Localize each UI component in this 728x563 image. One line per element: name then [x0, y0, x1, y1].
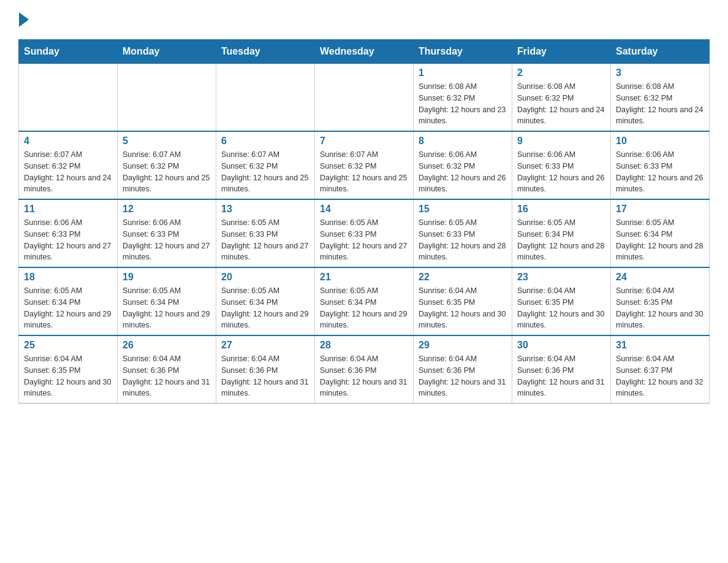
calendar-day-cell: 3Sunrise: 6:08 AM Sunset: 6:32 PM Daylig…: [611, 64, 710, 132]
day-number: 26: [123, 340, 211, 351]
calendar-day-cell: 4Sunrise: 6:07 AM Sunset: 6:32 PM Daylig…: [19, 131, 118, 199]
day-info: Sunrise: 6:05 AM Sunset: 6:34 PM Dayligh…: [517, 217, 605, 263]
day-info: Sunrise: 6:05 AM Sunset: 6:34 PM Dayligh…: [123, 285, 211, 331]
day-number: 24: [616, 272, 704, 283]
day-info: Sunrise: 6:05 AM Sunset: 6:34 PM Dayligh…: [616, 217, 704, 263]
day-number: 21: [320, 272, 408, 283]
day-number: 18: [24, 272, 112, 283]
calendar-day-cell: 10Sunrise: 6:06 AM Sunset: 6:33 PM Dayli…: [611, 131, 710, 199]
calendar-day-cell: 23Sunrise: 6:04 AM Sunset: 6:35 PM Dayli…: [512, 267, 611, 335]
day-info: Sunrise: 6:05 AM Sunset: 6:34 PM Dayligh…: [24, 285, 112, 331]
day-info: Sunrise: 6:04 AM Sunset: 6:36 PM Dayligh…: [123, 353, 211, 399]
calendar-day-cell: 26Sunrise: 6:04 AM Sunset: 6:36 PM Dayli…: [118, 335, 216, 404]
calendar-day-cell: 27Sunrise: 6:04 AM Sunset: 6:36 PM Dayli…: [216, 335, 315, 404]
calendar-day-cell: 15Sunrise: 6:05 AM Sunset: 6:33 PM Dayli…: [414, 199, 512, 267]
day-info: Sunrise: 6:04 AM Sunset: 6:35 PM Dayligh…: [517, 285, 605, 331]
calendar-day-cell: 29Sunrise: 6:04 AM Sunset: 6:36 PM Dayli…: [414, 335, 512, 404]
day-info: Sunrise: 6:06 AM Sunset: 6:32 PM Dayligh…: [419, 149, 507, 195]
day-info: Sunrise: 6:06 AM Sunset: 6:33 PM Dayligh…: [24, 217, 112, 263]
calendar-day-cell: 22Sunrise: 6:04 AM Sunset: 6:35 PM Dayli…: [414, 267, 512, 335]
calendar-week-row: 25Sunrise: 6:04 AM Sunset: 6:35 PM Dayli…: [19, 335, 710, 404]
day-info: Sunrise: 6:07 AM Sunset: 6:32 PM Dayligh…: [320, 149, 408, 195]
day-number: 22: [419, 272, 507, 283]
calendar-day-cell: 6Sunrise: 6:07 AM Sunset: 6:32 PM Daylig…: [216, 131, 315, 199]
calendar-header-sunday: Sunday: [19, 40, 118, 64]
day-number: 27: [221, 340, 309, 351]
day-number: 11: [24, 204, 112, 215]
calendar-week-row: 18Sunrise: 6:05 AM Sunset: 6:34 PM Dayli…: [19, 267, 710, 335]
day-number: 17: [616, 204, 704, 215]
calendar-day-cell: 5Sunrise: 6:07 AM Sunset: 6:32 PM Daylig…: [118, 131, 216, 199]
day-number: 12: [123, 204, 211, 215]
calendar-day-cell: 13Sunrise: 6:05 AM Sunset: 6:33 PM Dayli…: [216, 199, 315, 267]
calendar-day-cell: 21Sunrise: 6:05 AM Sunset: 6:34 PM Dayli…: [315, 267, 414, 335]
day-info: Sunrise: 6:06 AM Sunset: 6:33 PM Dayligh…: [616, 149, 704, 195]
calendar-day-cell: 7Sunrise: 6:07 AM Sunset: 6:32 PM Daylig…: [315, 131, 414, 199]
day-info: Sunrise: 6:07 AM Sunset: 6:32 PM Dayligh…: [221, 149, 309, 195]
day-number: 16: [517, 204, 605, 215]
day-info: Sunrise: 6:04 AM Sunset: 6:35 PM Dayligh…: [24, 353, 112, 399]
day-number: 19: [123, 272, 211, 283]
calendar-day-cell: 1Sunrise: 6:08 AM Sunset: 6:32 PM Daylig…: [414, 64, 512, 132]
day-info: Sunrise: 6:08 AM Sunset: 6:32 PM Dayligh…: [517, 81, 605, 127]
day-number: 25: [24, 340, 112, 351]
day-number: 30: [517, 340, 605, 351]
calendar-header-friday: Friday: [512, 40, 611, 64]
calendar-day-cell: 28Sunrise: 6:04 AM Sunset: 6:36 PM Dayli…: [315, 335, 414, 404]
day-info: Sunrise: 6:05 AM Sunset: 6:34 PM Dayligh…: [320, 285, 408, 331]
calendar-day-cell: 31Sunrise: 6:04 AM Sunset: 6:37 PM Dayli…: [611, 335, 710, 404]
day-number: 4: [24, 136, 112, 147]
calendar-day-cell: 11Sunrise: 6:06 AM Sunset: 6:33 PM Dayli…: [19, 199, 118, 267]
day-info: Sunrise: 6:04 AM Sunset: 6:36 PM Dayligh…: [517, 353, 605, 399]
day-info: Sunrise: 6:07 AM Sunset: 6:32 PM Dayligh…: [123, 149, 211, 195]
calendar-day-cell: 25Sunrise: 6:04 AM Sunset: 6:35 PM Dayli…: [19, 335, 118, 404]
day-info: Sunrise: 6:05 AM Sunset: 6:33 PM Dayligh…: [221, 217, 309, 263]
day-number: 2: [517, 67, 605, 79]
day-number: 31: [616, 340, 704, 351]
day-info: Sunrise: 6:08 AM Sunset: 6:32 PM Dayligh…: [419, 81, 507, 127]
calendar-header-wednesday: Wednesday: [315, 40, 414, 64]
calendar-day-cell: 16Sunrise: 6:05 AM Sunset: 6:34 PM Dayli…: [512, 199, 611, 267]
day-number: 9: [517, 136, 605, 147]
day-number: 14: [320, 204, 408, 215]
day-number: 23: [517, 272, 605, 283]
calendar-day-cell: [118, 64, 216, 132]
day-info: Sunrise: 6:04 AM Sunset: 6:35 PM Dayligh…: [419, 285, 507, 331]
calendar-day-cell: 30Sunrise: 6:04 AM Sunset: 6:36 PM Dayli…: [512, 335, 611, 404]
day-info: Sunrise: 6:06 AM Sunset: 6:33 PM Dayligh…: [517, 149, 605, 195]
calendar-day-cell: [19, 64, 118, 132]
day-number: 15: [419, 204, 507, 215]
day-number: 10: [616, 136, 704, 147]
day-info: Sunrise: 6:04 AM Sunset: 6:36 PM Dayligh…: [320, 353, 408, 399]
day-info: Sunrise: 6:04 AM Sunset: 6:36 PM Dayligh…: [419, 353, 507, 399]
calendar-week-row: 4Sunrise: 6:07 AM Sunset: 6:32 PM Daylig…: [19, 131, 710, 199]
day-info: Sunrise: 6:05 AM Sunset: 6:34 PM Dayligh…: [221, 285, 309, 331]
calendar-day-cell: 18Sunrise: 6:05 AM Sunset: 6:34 PM Dayli…: [19, 267, 118, 335]
calendar-day-cell: 12Sunrise: 6:06 AM Sunset: 6:33 PM Dayli…: [118, 199, 216, 267]
calendar-day-cell: 9Sunrise: 6:06 AM Sunset: 6:33 PM Daylig…: [512, 131, 611, 199]
day-info: Sunrise: 6:06 AM Sunset: 6:33 PM Dayligh…: [123, 217, 211, 263]
day-info: Sunrise: 6:07 AM Sunset: 6:32 PM Dayligh…: [24, 149, 112, 195]
day-number: 28: [320, 340, 408, 351]
logo-triangle-icon: [19, 12, 29, 27]
calendar-week-row: 1Sunrise: 6:08 AM Sunset: 6:32 PM Daylig…: [19, 64, 710, 132]
day-number: 29: [419, 340, 507, 351]
calendar-day-cell: 24Sunrise: 6:04 AM Sunset: 6:35 PM Dayli…: [611, 267, 710, 335]
day-number: 1: [419, 67, 507, 79]
day-info: Sunrise: 6:04 AM Sunset: 6:37 PM Dayligh…: [616, 353, 704, 399]
calendar-day-cell: 14Sunrise: 6:05 AM Sunset: 6:33 PM Dayli…: [315, 199, 414, 267]
calendar-header-thursday: Thursday: [414, 40, 512, 64]
calendar-week-row: 11Sunrise: 6:06 AM Sunset: 6:33 PM Dayli…: [19, 199, 710, 267]
day-number: 7: [320, 136, 408, 147]
calendar-header-tuesday: Tuesday: [216, 40, 315, 64]
calendar-header-saturday: Saturday: [611, 40, 710, 64]
calendar-header-monday: Monday: [118, 40, 216, 64]
day-number: 3: [616, 67, 704, 79]
calendar-table: SundayMondayTuesdayWednesdayThursdayFrid…: [18, 39, 710, 404]
day-number: 20: [221, 272, 309, 283]
logo: [18, 12, 29, 27]
calendar-day-cell: 8Sunrise: 6:06 AM Sunset: 6:32 PM Daylig…: [414, 131, 512, 199]
day-number: 5: [123, 136, 211, 147]
day-number: 6: [221, 136, 309, 147]
day-info: Sunrise: 6:04 AM Sunset: 6:35 PM Dayligh…: [616, 285, 704, 331]
